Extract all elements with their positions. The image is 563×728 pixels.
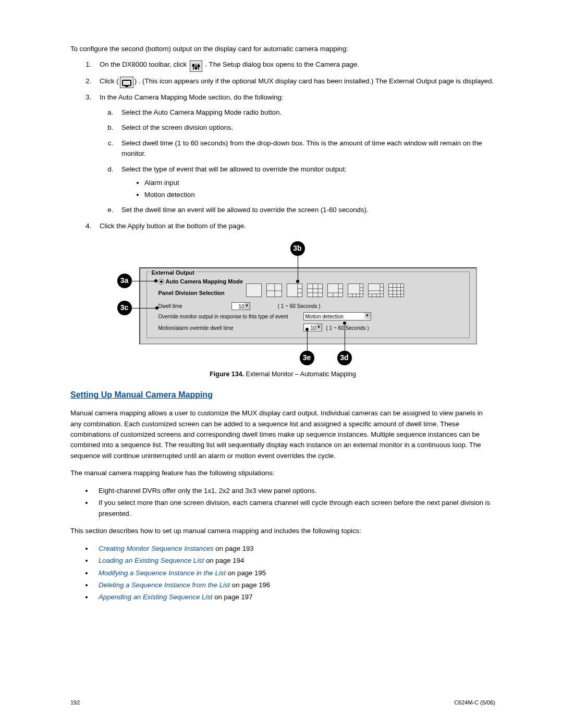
svg-rect-6 xyxy=(123,80,131,85)
topic-link-4[interactable]: Deleting a Sequence Instance from the Li… xyxy=(99,581,230,589)
topic-3: Modifying a Sequence Instance in the Lis… xyxy=(93,568,495,578)
step-3e: Set the dwell time an event will be allo… xyxy=(115,205,495,215)
figure-caption-text: External Monitor – Automatic Mapping xyxy=(244,371,356,378)
figure-number: Figure 134. xyxy=(210,371,244,378)
topic-suffix-2: on page 194 xyxy=(204,557,244,564)
topic-list: Creating Monitor Sequence Instances on p… xyxy=(70,544,495,603)
panel-1p3-icon[interactable] xyxy=(287,283,302,297)
setup-sliders-icon xyxy=(190,60,202,72)
step-2-b: . (This icon appears only if the optiona… xyxy=(139,77,494,85)
leader-3c xyxy=(132,308,156,309)
stipulation-list: Eight-channel DVRs offer only the 1x1, 2… xyxy=(70,486,495,519)
group-title: External Output xyxy=(150,268,197,277)
radio-icon xyxy=(158,279,164,285)
topic-suffix-1: on page 193 xyxy=(214,545,254,552)
topic-5: Appending an Existing Sequence List on p… xyxy=(93,592,495,602)
svg-rect-3 xyxy=(192,65,194,66)
panel-1p7-icon[interactable] xyxy=(348,283,363,297)
override-label: Override monitor output in response to t… xyxy=(158,313,288,321)
motion-alarm-label: Motion/alarm override dwell time xyxy=(158,324,234,332)
leader-3d xyxy=(345,324,345,351)
panel-3x3-icon[interactable] xyxy=(307,283,323,297)
auto-mapping-radio[interactable]: Auto Camera Mapping Mode xyxy=(158,277,243,286)
callout-3a: 3a xyxy=(117,274,132,288)
panel-1p5-icon[interactable] xyxy=(327,283,343,297)
step-2-a: Click xyxy=(100,77,115,85)
figure-134: External Output Auto Camera Mapping Mode… xyxy=(87,241,479,365)
page-footer: 192 C624M-C (5/06) xyxy=(70,698,495,707)
step-3: In the Auto Camera Mapping Mode section,… xyxy=(93,92,495,215)
manual-mapping-para-1: Manual camera mapping allows a user to c… xyxy=(70,408,495,461)
panel-4x4-icon[interactable] xyxy=(388,283,404,297)
dwell-label: Dwell time xyxy=(158,302,182,311)
step-1-b: . The Setup dialog box opens to the Came… xyxy=(205,60,359,68)
step-3d-1: Alarm input xyxy=(144,178,495,188)
topic-link-3[interactable]: Modifying a Sequence Instance in the Lis… xyxy=(99,569,226,577)
callout-3c: 3c xyxy=(117,301,132,315)
topic-suffix-4: on page 196 xyxy=(230,581,270,589)
topic-2: Loading an Existing Sequence List on pag… xyxy=(93,556,495,566)
svg-rect-5 xyxy=(198,65,199,67)
step-3d: Select the type of event that will be al… xyxy=(115,164,495,200)
step-3-sublist: Select the Auto Camera Mapping Mode radi… xyxy=(100,107,495,216)
panel-division-buttons xyxy=(246,283,404,297)
leader-3b xyxy=(298,256,298,281)
intro-text: To configure the second (bottom) output … xyxy=(70,44,495,54)
override-event-select[interactable]: Motion detection xyxy=(303,312,371,320)
step-list: On the DX8000 toolbar, click . The Setup… xyxy=(70,59,495,231)
step-3b: Select of the screen division options. xyxy=(115,122,495,133)
dwell-hint: ( 1 ~ 60 Seconds ) xyxy=(278,302,321,311)
step-2: Click ( ) . (This icon appears only if t… xyxy=(93,76,495,87)
stipulation-1: Eight-channel DVRs offer only the 1x1, 2… xyxy=(93,486,495,496)
step-1: On the DX8000 toolbar, click . The Setup… xyxy=(93,59,495,70)
dwell-time-row: Dwell time 10 ( 1 ~ 60 Seconds ) xyxy=(158,302,321,311)
radio-label: Auto Camera Mapping Mode xyxy=(166,277,243,286)
leader-3e xyxy=(307,330,308,351)
step-3d-2: Motion detection xyxy=(144,190,495,200)
callout-3d: 3d xyxy=(337,351,352,365)
step-3a: Select the Auto Camera Mapping Mode radi… xyxy=(115,107,495,118)
external-output-panel: External Output Auto Camera Mapping Mode… xyxy=(139,267,477,344)
panel-1p12-icon[interactable] xyxy=(368,283,384,297)
panel-2x2-icon[interactable] xyxy=(266,283,282,297)
step-3d-text: Select the type of event that will be al… xyxy=(121,165,347,173)
manual-mapping-para-2: The manual camera mapping feature has th… xyxy=(70,468,495,478)
topic-suffix-3: on page 195 xyxy=(226,569,266,577)
step-3d-bullets: Alarm input Motion detection xyxy=(121,178,495,200)
step-3c: Select dwell time (1 to 60 seconds) from… xyxy=(115,138,495,159)
callout-3e: 3e xyxy=(300,351,314,365)
topic-suffix-5: on page 197 xyxy=(212,593,252,601)
monitor-icon xyxy=(120,77,133,88)
topic-1: Creating Monitor Sequence Instances on p… xyxy=(93,544,495,554)
stipulation-2: If you select more than one screen divis… xyxy=(93,498,495,519)
panel-1x1-icon[interactable] xyxy=(246,283,262,297)
step-1-a: On the DX8000 toolbar, click xyxy=(100,60,187,68)
page-number: 192 xyxy=(70,698,80,707)
step-3-text: In the Auto Camera Mapping Mode section,… xyxy=(100,93,284,101)
document-code: C624M-C (5/06) xyxy=(454,698,495,707)
figure-caption: Figure 134. External Monitor – Automatic… xyxy=(70,369,495,379)
topic-link-2[interactable]: Loading an Existing Sequence List xyxy=(99,557,204,564)
topic-link-1[interactable]: Creating Monitor Sequence Instances xyxy=(99,545,214,552)
manual-mapping-para-3: This section describes how to set up man… xyxy=(70,526,495,536)
dwell-time-select[interactable]: 10 xyxy=(231,302,250,310)
section-heading: Setting Up Manual Camera Mapping xyxy=(70,389,495,402)
topic-link-5[interactable]: Appending an Existing Sequence List xyxy=(99,593,212,601)
motion-alarm-hint: ( 1 ~ 60 Seconds ) xyxy=(326,324,369,332)
topic-4: Deleting a Sequence Instance from the Li… xyxy=(93,580,495,590)
panel-division-label: Panel Division Selection xyxy=(158,289,225,298)
callout-3b: 3b xyxy=(290,241,305,256)
svg-rect-4 xyxy=(195,67,197,69)
leader-3a xyxy=(132,281,155,281)
figure-wrapper: External Output Auto Camera Mapping Mode… xyxy=(70,241,495,379)
step-4: Click the Apply button at the bottom of … xyxy=(93,221,495,231)
